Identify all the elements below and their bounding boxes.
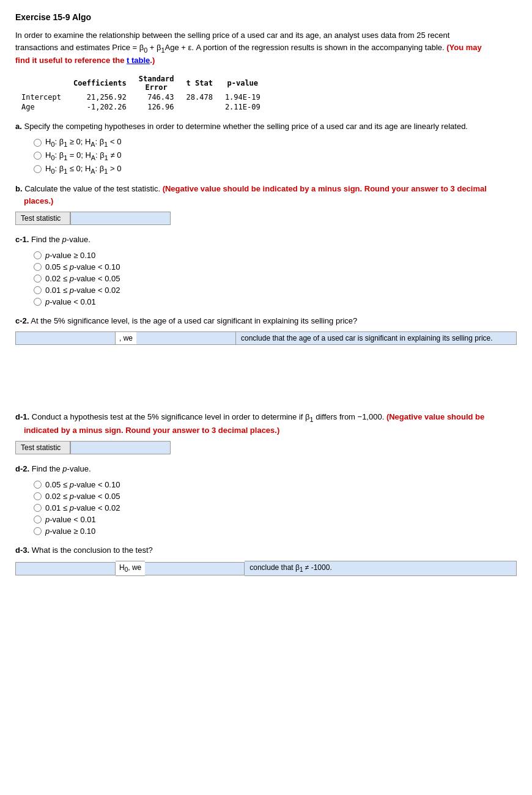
section-d2-question: d-2. Find the p-value. [15,463,517,475]
section-b: b. Calculate the value of the test stati… [15,183,517,225]
row-label-age: Age [15,102,67,112]
section-d1-bold: (Negative value should be [386,412,484,421]
d3-select1[interactable] [15,562,116,575]
radio-c1-1[interactable] [34,251,42,259]
d3-select2[interactable] [145,562,245,575]
option-c1-3-label: 0.02 ≤ p-value < 0.05 [45,274,120,283]
radio-d2-5[interactable] [34,527,42,535]
intercept-tstat: 28.478 [180,92,219,102]
radio-a3[interactable] [34,165,42,173]
c2-we-text: , we [116,331,136,345]
section-c1-question: c-1. Find the p-value. [15,234,517,246]
option-d2-5-label: p-value ≥ 0.10 [45,527,95,536]
option-c1-2-label: 0.05 ≤ p-value < 0.10 [45,262,120,272]
radio-d2-2[interactable] [34,492,42,500]
section-c2-question: c-2. At the 5% significance level, is th… [15,315,517,327]
option-d2-2-label: 0.02 ≤ p-value < 0.05 [45,492,120,501]
col-header-coefficients: Coefficients [67,74,133,92]
section-c1-options: p-value ≥ 0.10 0.05 ≤ p-value < 0.10 0.0… [34,251,517,306]
c2-select2[interactable] [136,331,236,345]
option-c1-2[interactable]: 0.05 ≤ p-value < 0.10 [34,262,517,272]
row-label-intercept: Intercept [15,92,67,102]
option-d2-2[interactable]: 0.02 ≤ p-value < 0.05 [34,492,517,501]
section-d1-question: d-1. Conduct a hypothesis test at the 5%… [15,411,517,436]
section-d3-answer-row: H0, we conclude that β1 ≠ -1000. [15,561,517,575]
intercept-coeff: 21,256.92 [67,92,133,102]
option-d2-4[interactable]: p-value < 0.01 [34,515,517,524]
option-a1[interactable]: H0: β1 ≥ 0; HA: β1 < 0 [34,137,517,148]
age-coeff: -1,202.26 [67,102,133,112]
section-d2: d-2. Find the p-value. 0.05 ≤ p-value < … [15,463,517,536]
section-d3-question: d-3. What is the conclusion to the test? [15,544,517,556]
radio-a1[interactable] [34,139,42,147]
section-d2-label: d-2. [15,464,29,473]
intercept-pvalue: 1.94E-19 [219,92,267,102]
intro-text2: transactions and estimates Price = β0 + … [15,43,482,52]
section-b-question: b. Calculate the value of the test stati… [15,183,517,207]
section-c2-answer-row: , we conclude that the age of a used car… [15,331,517,345]
section-b-bold: (Negative value should be indicated by a… [163,184,487,193]
c2-conclude-text: conclude that the age of a used car is s… [236,331,517,345]
option-a3[interactable]: H0: β1 ≤ 0; HA: β1 > 0 [34,164,517,175]
radio-c1-3[interactable] [34,275,42,283]
option-d2-1[interactable]: 0.05 ≤ p-value < 0.10 [34,480,517,489]
section-d1-input-row: Test statistic [15,441,517,454]
d3-h0-we-text: H0, we [116,561,145,575]
radio-c1-2[interactable] [34,263,42,271]
option-d2-5[interactable]: p-value ≥ 0.10 [34,527,517,536]
section-c2: c-2. At the 5% significance level, is th… [15,315,517,346]
option-a2-label: H0: β1 = 0; HA: β1 ≠ 0 [45,150,121,161]
section-a-options: H0: β1 ≥ 0; HA: β1 < 0 H0: β1 = 0; HA: β… [34,137,517,174]
col-header-p-value: p-value [219,74,267,92]
option-c1-4[interactable]: 0.01 ≤ p-value < 0.02 [34,286,517,295]
section-c2-label: c-2. [15,316,29,325]
test-statistic-input-d1[interactable] [70,441,171,454]
radio-a2[interactable] [34,152,42,160]
section-d1-label: d-1. [15,412,29,421]
option-d2-3-label: 0.01 ≤ p-value < 0.02 [45,503,120,512]
option-c1-1[interactable]: p-value ≥ 0.10 [34,251,517,260]
radio-d2-3[interactable] [34,504,42,512]
option-c1-5-label: p-value < 0.01 [45,297,96,306]
test-statistic-label-d1: Test statistic [15,441,70,454]
option-d2-3[interactable]: 0.01 ≤ p-value < 0.02 [34,503,517,512]
regression-table: Coefficients StandardError t Stat p-valu… [15,74,267,112]
option-c1-1-label: p-value ≥ 0.10 [45,251,95,260]
section-c1-label: c-1. [15,235,29,244]
section-d3: d-3. What is the conclusion to the test?… [15,544,517,576]
d3-conclude-text: conclude that β1 ≠ -1000. [245,561,517,575]
spacer1 [15,353,517,402]
age-pvalue: 2.11E-09 [219,102,267,112]
radio-c1-4[interactable] [34,286,42,294]
col-header-std-error: StandardError [133,74,180,92]
c2-select1[interactable] [15,331,116,345]
option-a1-label: H0: β1 ≥ 0; HA: β1 < 0 [45,137,121,148]
col-header-t-stat: t Stat [180,74,219,92]
intro-paragraph: In order to examine the relationship bet… [15,29,517,67]
section-a-question: a. Specify the competing hypotheses in o… [15,120,517,133]
section-d3-label: d-3. [15,545,29,555]
option-c1-4-label: 0.01 ≤ p-value < 0.02 [45,286,120,295]
section-c1: c-1. Find the p-value. p-value ≥ 0.10 0.… [15,234,517,306]
test-statistic-input-b[interactable] [70,212,171,225]
radio-d2-1[interactable] [34,481,42,489]
option-c1-3[interactable]: 0.02 ≤ p-value < 0.05 [34,274,517,283]
option-c1-5[interactable]: p-value < 0.01 [34,297,517,306]
option-d2-4-label: p-value < 0.01 [45,515,96,524]
section-b-input-row: Test statistic [15,212,517,225]
section-a: a. Specify the competing hypotheses in o… [15,120,517,174]
intercept-se: 746.43 [133,92,180,102]
option-a2[interactable]: H0: β1 = 0; HA: β1 ≠ 0 [34,150,517,161]
section-b-bold2: places.) [24,196,53,205]
radio-d2-4[interactable] [34,516,42,523]
intro-text1: In order to examine the relationship bet… [15,31,449,40]
radio-c1-5[interactable] [34,298,42,306]
bold-ref2: find it useful to reference the t table.… [15,56,155,65]
exercise-title: Exercise 15-9 Algo [15,12,517,22]
t-table-link[interactable]: t table [127,56,150,65]
section-d1-bold2: indicated by a minus sign. Round your an… [24,426,279,435]
test-statistic-label-b: Test statistic [15,212,70,225]
section-d2-options: 0.05 ≤ p-value < 0.10 0.02 ≤ p-value < 0… [34,480,517,536]
option-a3-label: H0: β1 ≤ 0; HA: β1 > 0 [45,164,121,175]
section-b-label: b. [15,184,23,193]
